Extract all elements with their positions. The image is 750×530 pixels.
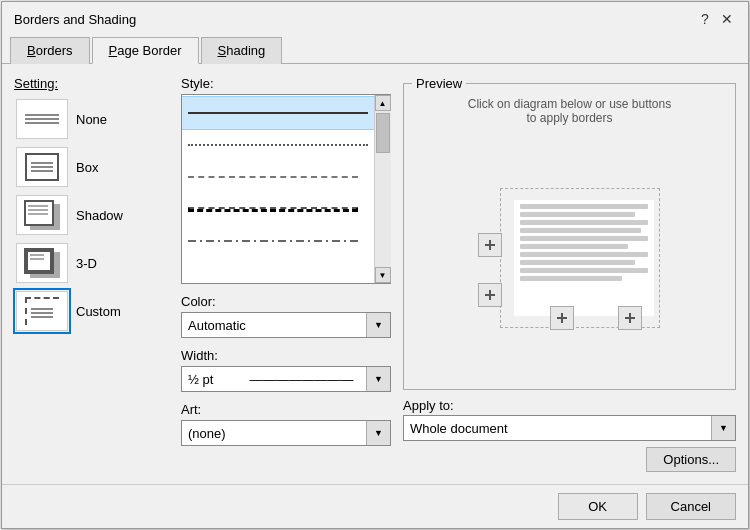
border-btn-left-bottom[interactable] xyxy=(478,283,502,307)
border-btn-bottom-right[interactable] xyxy=(618,306,642,330)
preview-content xyxy=(514,200,654,316)
style-item-dashed-sm[interactable] xyxy=(182,161,374,193)
setting-3d-icon xyxy=(16,243,68,283)
border-btn-bottom-left[interactable] xyxy=(550,306,574,330)
dashed-sm-line xyxy=(188,176,358,178)
apply-to-dropdown-arrow[interactable]: ▼ xyxy=(711,416,735,440)
content-line8 xyxy=(520,260,635,265)
content-line9 xyxy=(520,268,648,273)
setting-none-icon xyxy=(16,99,68,139)
scrollbar-down-btn[interactable]: ▼ xyxy=(375,267,391,283)
ok-button[interactable]: OK xyxy=(558,493,638,520)
setting-custom-label: Custom xyxy=(76,304,121,319)
style-list-container: ▲ ▼ xyxy=(181,94,391,284)
color-value: Automatic xyxy=(182,318,366,333)
color-label: Color: xyxy=(181,294,391,309)
dialog: Borders and Shading ? ✕ Borders Page Bor… xyxy=(1,1,749,529)
border-btn-left-top[interactable] xyxy=(478,233,502,257)
none-line2 xyxy=(25,118,59,120)
color-select[interactable]: Automatic ▼ xyxy=(181,312,391,338)
shadow-inner-line1 xyxy=(28,205,48,207)
setting-shadow[interactable]: Shadow xyxy=(14,193,169,237)
setting-3d-label: 3-D xyxy=(76,256,97,271)
shadow-inner-lines xyxy=(28,205,50,215)
width-dropdown-arrow[interactable]: ▼ xyxy=(366,367,390,391)
shadow-main-part xyxy=(24,200,54,226)
tab-page-border[interactable]: Page Border xyxy=(92,37,199,64)
tabs-bar: Borders Page Border Shading xyxy=(2,32,748,64)
custom-inner-lines xyxy=(31,303,57,323)
content-line4 xyxy=(520,228,642,233)
tab-borders[interactable]: Borders xyxy=(10,37,90,64)
preview-content-lines xyxy=(514,200,654,285)
close-button[interactable]: ✕ xyxy=(718,10,736,28)
3d-main-part xyxy=(24,248,54,274)
left-panel: Setting: None xyxy=(14,76,169,472)
content-line3 xyxy=(520,220,648,225)
art-dropdown-arrow[interactable]: ▼ xyxy=(366,421,390,445)
content-line5 xyxy=(520,236,648,241)
width-label: Width: xyxy=(181,348,391,363)
style-item-dotted[interactable] xyxy=(182,129,374,161)
middle-panel: Style: xyxy=(181,76,391,472)
apply-to-row: Apply to: xyxy=(403,398,736,413)
style-item-dashdot[interactable] xyxy=(182,225,374,257)
3d-inner-line1 xyxy=(30,254,44,256)
content-line10 xyxy=(520,276,622,281)
none-line3 xyxy=(25,122,59,124)
style-item-solid[interactable] xyxy=(182,97,374,129)
title-bar: Borders and Shading ? ✕ xyxy=(2,2,748,32)
setting-box-icon xyxy=(16,147,68,187)
border-btn-bottom-right-cross xyxy=(624,312,636,324)
3d-inner-lines xyxy=(30,254,48,260)
preview-description: Click on diagram below or use buttonsto … xyxy=(412,97,727,125)
style-section: Style: xyxy=(181,76,391,284)
dialog-title: Borders and Shading xyxy=(14,12,136,27)
shadow-inner-line3 xyxy=(28,213,48,215)
help-button[interactable]: ? xyxy=(696,10,714,28)
setting-3d[interactable]: 3-D xyxy=(14,241,169,285)
title-controls: ? ✕ xyxy=(696,10,736,28)
shadow-inner-line2 xyxy=(28,209,48,211)
setting-none-label: None xyxy=(76,112,107,127)
none-line1 xyxy=(25,114,59,116)
style-scrollbar[interactable]: ▲ ▼ xyxy=(374,95,390,283)
3d-inner-line2 xyxy=(30,258,44,260)
preview-fieldset: Preview Click on diagram below or use bu… xyxy=(403,76,736,390)
apply-to-value: Whole document xyxy=(404,421,711,436)
tab-borders-label: Borders xyxy=(27,43,73,58)
shadow-icon-graphic xyxy=(24,200,60,230)
tab-shading-label: Shading xyxy=(218,43,266,58)
bottom-bar: OK Cancel xyxy=(2,484,748,528)
art-select[interactable]: (none) ▼ xyxy=(181,420,391,446)
options-button[interactable]: Options... xyxy=(646,447,736,472)
right-panel: Preview Click on diagram below or use bu… xyxy=(403,76,736,472)
setting-custom-icon xyxy=(16,291,68,331)
setting-box[interactable]: Box xyxy=(14,145,169,189)
apply-to-select[interactable]: Whole document ▼ xyxy=(403,415,736,441)
cancel-button[interactable]: Cancel xyxy=(646,493,736,520)
color-dropdown-arrow[interactable]: ▼ xyxy=(366,313,390,337)
content-line2 xyxy=(520,212,635,217)
border-btn-left-bottom-cross xyxy=(484,289,496,301)
content-line1 xyxy=(520,204,648,209)
style-list[interactable] xyxy=(182,95,374,283)
preview-legend: Preview xyxy=(412,76,466,91)
width-section: Width: ½ pt ———————— ▼ xyxy=(181,348,391,392)
box-icon-graphic xyxy=(25,153,59,181)
scrollbar-thumb[interactable] xyxy=(376,113,390,153)
dashdot-line xyxy=(188,240,358,242)
tab-shading[interactable]: Shading xyxy=(201,37,283,64)
apply-to-label: Apply to: xyxy=(403,398,454,413)
style-item-dashed-med[interactable] xyxy=(182,193,374,225)
custom-border-left xyxy=(25,297,27,325)
art-value: (none) xyxy=(182,426,366,441)
custom-inner-line3 xyxy=(31,316,53,318)
preview-diagram xyxy=(470,178,670,338)
setting-custom[interactable]: Custom xyxy=(14,289,169,333)
scrollbar-up-btn[interactable]: ▲ xyxy=(375,95,391,111)
setting-label: Setting: xyxy=(14,76,169,91)
width-select[interactable]: ½ pt ———————— ▼ xyxy=(181,366,391,392)
none-icon-graphic xyxy=(25,114,59,124)
setting-none[interactable]: None xyxy=(14,97,169,141)
